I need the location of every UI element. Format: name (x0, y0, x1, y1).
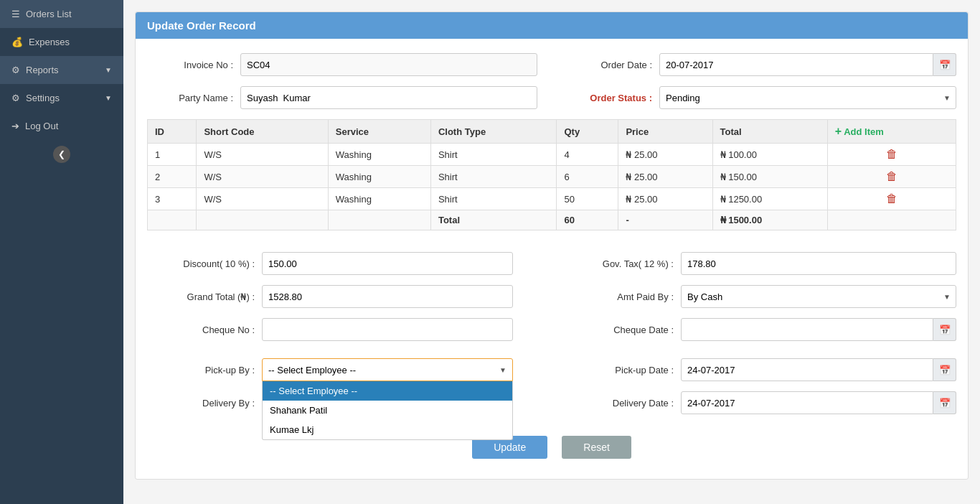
sidebar-label-settings: Settings (26, 93, 60, 103)
delivery-date-input[interactable] (681, 391, 933, 414)
cheque-date-label: Cheque Date : (566, 325, 681, 335)
logout-icon: ➔ (11, 121, 19, 131)
cell-total: ₦ 1250.00 (712, 188, 827, 210)
sidebar-item-orders-list[interactable]: ☰ Orders List (0, 0, 123, 28)
pickup-date-label: Pick-up Date : (566, 365, 681, 375)
sidebar: ☰ Orders List 💰 Expenses ⚙ Reports ▼ ⚙ S… (0, 0, 123, 504)
order-date-calendar-icon[interactable]: 📅 (933, 53, 956, 76)
cell-price: ₦ 25.00 (618, 166, 712, 188)
pickup-date-group: Pick-up Date : 📅 (566, 358, 956, 381)
sidebar-item-settings[interactable]: ⚙ Settings ▼ (0, 84, 123, 112)
pickup-option-2[interactable]: Kumae Lkj (263, 420, 512, 439)
cell-service: Washing (328, 188, 430, 210)
cell-total: ₦ 100.00 (712, 144, 827, 166)
pickup-date-calendar-icon[interactable]: 📅 (933, 358, 956, 381)
delivery-date-input-wrapper: 📅 (681, 391, 956, 414)
order-status-group: Order Status : Pending Completed Cancell… (566, 86, 956, 109)
party-status-row: Party Name : Order Status : Pending Comp… (147, 86, 956, 109)
total-empty-id (148, 210, 197, 230)
pickup-option-1[interactable]: Shahank Patil (263, 401, 512, 420)
order-status-select-wrapper: Pending Completed Cancelled ▼ (659, 86, 956, 109)
pickup-selected-text: -- Select Employee -- (268, 365, 356, 375)
cheque-date-input-wrapper: 📅 (681, 318, 956, 341)
items-table: ID Short Code Service Cloth Type Qty Pri… (147, 119, 956, 230)
cheque-no-group: Cheque No : (147, 318, 537, 341)
sidebar-item-expenses[interactable]: 💰 Expenses (0, 28, 123, 56)
card-header: Update Order Record (136, 12, 968, 39)
total-empty-code (197, 210, 328, 230)
pickup-by-label: Pick-up By : (147, 365, 262, 375)
pickup-by-group: Pick-up By : -- Select Employee -- ▼ -- … (147, 358, 537, 381)
settings-arrow-icon: ▼ (105, 94, 112, 102)
total-qty: 60 (557, 210, 618, 230)
sidebar-item-reports[interactable]: ⚙ Reports ▼ (0, 56, 123, 84)
pickup-date-input-wrapper: 📅 (681, 358, 956, 381)
cell-id: 2 (148, 166, 197, 188)
cell-price: ₦ 25.00 (618, 144, 712, 166)
cell-delete[interactable]: 🗑 (827, 188, 956, 210)
delivery-date-calendar-icon[interactable]: 📅 (933, 391, 956, 414)
amt-paid-group: Amt Paid By : By Cash By Cheque ▼ (566, 285, 956, 308)
cheque-row: Cheque No : Cheque Date : 📅 (147, 318, 956, 341)
expenses-icon: 💰 (11, 37, 23, 47)
cheque-date-calendar-icon[interactable]: 📅 (933, 318, 956, 341)
total-empty-service (328, 210, 430, 230)
cell-short-code: W/S (197, 166, 328, 188)
gov-tax-group: Gov. Tax( 12 %) : (566, 252, 956, 275)
cheque-date-group: Cheque Date : 📅 (566, 318, 956, 341)
pickup-select-display[interactable]: -- Select Employee -- ▼ (262, 358, 513, 381)
col-total: Total (712, 120, 827, 144)
total-label: Total (430, 210, 557, 230)
cell-qty: 50 (557, 188, 618, 210)
add-item-button[interactable]: + Add Item (835, 125, 884, 138)
reset-button[interactable]: Reset (562, 436, 631, 459)
total-action-empty (827, 210, 956, 230)
order-date-group: Order Date : 📅 (566, 53, 956, 76)
reports-arrow-icon: ▼ (105, 66, 112, 74)
total-amount: ₦ 1500.00 (712, 210, 827, 230)
pickup-dropdown-arrow-icon: ▼ (499, 366, 507, 374)
delete-item-button[interactable]: 🗑 (886, 170, 897, 183)
delivery-date-label: Delivery Date : (566, 398, 681, 409)
order-status-select[interactable]: Pending Completed Cancelled (659, 86, 956, 109)
grand-total-group: Grand Total (₦) : (147, 285, 537, 308)
cell-total: ₦ 150.00 (712, 166, 827, 188)
reports-icon: ⚙ (11, 65, 20, 75)
order-date-input[interactable] (659, 53, 933, 76)
gov-tax-input[interactable] (681, 252, 956, 275)
card-title: Update Order Record (147, 19, 256, 32)
pickup-option-0[interactable]: -- Select Employee -- (263, 381, 512, 401)
cell-cloth-type: Shirt (430, 188, 557, 210)
party-name-input[interactable] (240, 86, 537, 109)
total-row: Total 60 - ₦ 1500.00 (148, 210, 956, 230)
table-row: 2 W/S Washing Shirt 6 ₦ 25.00 ₦ 150.00 🗑 (148, 166, 956, 188)
cheque-no-input[interactable] (262, 318, 513, 341)
cell-price: ₦ 25.00 (618, 188, 712, 210)
cell-delete[interactable]: 🗑 (827, 144, 956, 166)
pickup-date-input[interactable] (681, 358, 933, 381)
col-service: Service (328, 120, 430, 144)
delete-item-button[interactable]: 🗑 (886, 192, 897, 205)
cell-delete[interactable]: 🗑 (827, 166, 956, 188)
invoice-input[interactable] (240, 53, 537, 76)
sidebar-toggle-btn[interactable]: ❮ (53, 146, 70, 163)
sidebar-label-logout: Log Out (25, 121, 58, 131)
col-id: ID (148, 120, 197, 144)
sidebar-item-logout[interactable]: ➔ Log Out (0, 112, 123, 140)
cell-id: 3 (148, 188, 197, 210)
order-date-label: Order Date : (566, 60, 659, 70)
delete-item-button[interactable]: 🗑 (886, 148, 897, 161)
pickup-dropdown-wrapper: -- Select Employee -- ▼ -- Select Employ… (262, 358, 513, 381)
discount-input[interactable] (262, 252, 513, 275)
grand-total-input[interactable] (262, 285, 513, 308)
amt-paid-select[interactable]: By Cash By Cheque (681, 285, 956, 308)
main-content: Update Order Record Invoice No : Order D… (123, 0, 980, 504)
delivery-date-group: Delivery Date : 📅 (566, 391, 956, 414)
invoice-order-row: Invoice No : Order Date : 📅 (147, 53, 956, 76)
grand-total-label: Grand Total (₦) : (147, 291, 262, 302)
party-name-label: Party Name : (147, 93, 240, 103)
card-body: Invoice No : Order Date : 📅 (136, 39, 968, 479)
discount-group: Discount( 10 %) : (147, 252, 537, 275)
cheque-date-input[interactable] (681, 318, 933, 341)
cell-service: Washing (328, 166, 430, 188)
